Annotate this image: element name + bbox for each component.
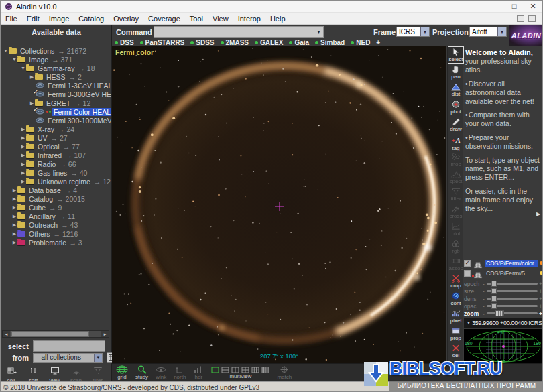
collapse-icon[interactable]: ▼: [3, 48, 9, 53]
tool-prop-button[interactable]: prop: [448, 325, 464, 342]
sky-view[interactable]: Fermi color 207.7° x 180°: [112, 46, 446, 363]
menu-item-file[interactable]: File: [1, 15, 22, 23]
multiview-buttons[interactable]: multiview: [211, 367, 269, 379]
expand-icon[interactable]: ▶: [11, 188, 17, 193]
command-combobox[interactable]: ▼: [154, 26, 324, 38]
expand-icon[interactable]: ▶: [20, 161, 26, 167]
multiview-grid-2x2-button[interactable]: [241, 367, 249, 373]
expand-icon[interactable]: ▶: [20, 127, 26, 132]
layer-checkbox[interactable]: [464, 270, 471, 277]
tool-draw-button[interactable]: draw: [448, 116, 464, 133]
tree-horizontal-scrollbar[interactable]: ◄ ►: [2, 330, 109, 338]
tree-item-catalog[interactable]: ▶Catalog→ 20015: [1, 194, 111, 203]
tool-cont-button[interactable]: cont: [448, 290, 464, 308]
tool-dist-button[interactable]: dist: [448, 81, 464, 99]
multiview-grid-4x4-button[interactable]: [261, 367, 269, 373]
server-button-dss[interactable]: DSS: [115, 39, 134, 46]
tree-item-data-base[interactable]: ▶Data base→ 4: [1, 186, 111, 194]
server-button-simbad[interactable]: Simbad: [315, 39, 345, 46]
menu-item-tool[interactable]: Tool: [185, 15, 208, 23]
next-arrow-icon[interactable]: ▶: [536, 211, 540, 217]
expand-icon[interactable]: ▶: [11, 214, 17, 219]
slider-thumb[interactable]: [495, 310, 504, 316]
tree-item-fermi-3-300gev-healpix-surv[interactable]: ✓Fermi 3-300GeV HEALPix surv: [1, 90, 111, 99]
tool-crop-button[interactable]: crop: [448, 273, 464, 290]
expand-icon[interactable]: ▶: [11, 196, 17, 202]
tree-item-egret[interactable]: ▶EGRET→ 12: [1, 99, 111, 107]
tree-item-hess[interactable]: ▶HESS→ 2: [1, 72, 111, 81]
scroll-right-icon[interactable]: ►: [101, 331, 109, 337]
layer-row-cds-p-fermi-5[interactable]: CDS/P/Fermi/5: [464, 268, 543, 278]
slider-minus[interactable]: -: [481, 310, 486, 317]
frame-select[interactable]: ICRS ▼: [396, 27, 430, 37]
menu-item-help[interactable]: Help: [265, 15, 290, 23]
tree-item-unknown-regime[interactable]: ▶Unknown regime→ 12: [1, 177, 111, 186]
server-add-button[interactable]: +: [376, 39, 380, 46]
menu-item-overlay[interactable]: Overlay: [109, 15, 143, 23]
tree-item-infrared[interactable]: ▶Infrared→ 107: [1, 151, 111, 159]
tree-item-radio[interactable]: ▶Radio→ 66: [1, 159, 111, 168]
menu-item-view[interactable]: View: [208, 15, 233, 23]
expand-icon[interactable]: ▶: [29, 101, 35, 106]
menu-item-interop[interactable]: Interop: [233, 15, 265, 23]
scrollbar-thumb[interactable]: [11, 331, 89, 337]
chevron-down-icon[interactable]: ▼: [467, 321, 471, 325]
expand-icon[interactable]: ▶: [29, 74, 35, 80]
slider-zoom[interactable]: zoom-+: [464, 310, 543, 317]
menu-item-catalog[interactable]: Catalog: [74, 15, 109, 23]
collapse-icon[interactable]: ▼: [11, 57, 17, 62]
tree-item-collections[interactable]: ▼Collections→ 21672: [1, 46, 111, 55]
window-maximize-button[interactable]: □: [505, 2, 524, 11]
slider-plus[interactable]: +: [538, 310, 543, 317]
chevron-down-icon[interactable]: ▼: [314, 27, 323, 37]
tool-tag-button[interactable]: +Atag: [448, 133, 464, 151]
tree-item-others[interactable]: ▶Others→ 1216: [1, 229, 111, 238]
expand-icon[interactable]: ▶: [20, 144, 26, 149]
server-button-panstarrs[interactable]: PanSTARRS: [140, 39, 185, 46]
server-button-ned[interactable]: NED: [351, 39, 370, 46]
collapse-icon[interactable]: ▼: [20, 66, 26, 70]
server-button-gaia[interactable]: Gaia: [289, 39, 309, 46]
tree-item-fermi-color-healpix-surve[interactable]: ✓Fermi Color HEALPix surve: [1, 107, 111, 116]
detach-window-icon[interactable]: [517, 15, 524, 22]
view-button[interactable]: view: [46, 365, 63, 383]
expand-icon[interactable]: ▶: [11, 231, 17, 237]
tree-item-x-ray[interactable]: ▶X-ray→ 24: [1, 125, 111, 133]
menu-item-coverage[interactable]: Coverage: [143, 15, 185, 23]
tree-item-problematic[interactable]: ▶Problematic→ 3: [1, 238, 111, 247]
tree-item-fermi-1-3gev-healpix-survey[interactable]: Fermi 1-3GeV HEALPix survey: [1, 81, 111, 90]
tree-item-cube[interactable]: ▶Cube→ 9: [1, 203, 111, 212]
tree-item-outreach[interactable]: ▶Outreach→ 43: [1, 220, 111, 229]
tool-pixel-button[interactable]: pixel: [448, 308, 464, 325]
expand-icon[interactable]: ▶: [11, 240, 17, 245]
coll-button[interactable]: coll.: [3, 365, 20, 383]
expand-icon[interactable]: ▶: [20, 170, 26, 176]
multiview-rows-button[interactable]: [221, 367, 229, 373]
tree-item-ancillary[interactable]: ▶Ancillary→ 11: [1, 212, 111, 220]
server-button-sdss[interactable]: SDSS: [190, 39, 214, 46]
tool-pan-button[interactable]: pan: [448, 64, 464, 81]
tree-item-image[interactable]: ▼Image→ 371: [1, 55, 111, 64]
tree-item-gamma-ray[interactable]: ▼Gamma-ray→ 18: [1, 64, 111, 72]
server-button-2mass[interactable]: 2MASS: [221, 39, 249, 46]
multiview-single-button[interactable]: [211, 367, 219, 373]
chevron-down-icon[interactable]: ▼: [497, 27, 506, 36]
multiview-grid-3x3-button[interactable]: [251, 367, 259, 373]
tool-phot-button[interactable]: phot: [448, 99, 464, 116]
sort-button[interactable]: sort: [25, 365, 42, 383]
study-button[interactable]: study: [135, 365, 148, 380]
expand-icon[interactable]: ▶: [11, 205, 17, 210]
select-input[interactable]: [33, 340, 105, 352]
tree-item-optical[interactable]: ▶Optical→ 77: [1, 142, 111, 151]
server-button-galex[interactable]: GALEX: [255, 39, 283, 46]
grid-button[interactable]: grid: [116, 365, 128, 380]
tree-item-uv[interactable]: ▶UV→ 27: [1, 133, 111, 142]
position-indicator[interactable]: ▼ 359.99600 +00.00400 ICRS: [464, 318, 543, 328]
tool-select-button[interactable]: select: [448, 46, 464, 64]
menu-item-image[interactable]: Image: [44, 15, 74, 23]
menu-item-edit[interactable]: Edit: [22, 15, 44, 23]
tree-item-gas-lines[interactable]: ▶Gas-lines→ 40: [1, 168, 111, 177]
projection-select[interactable]: Aitoff ▼: [469, 27, 507, 37]
layer-name[interactable]: CDS/P/Fermi/5: [485, 270, 538, 277]
layer-row-cds-p-fermi-color[interactable]: ✓CDS/P/Fermi/color: [464, 258, 543, 268]
